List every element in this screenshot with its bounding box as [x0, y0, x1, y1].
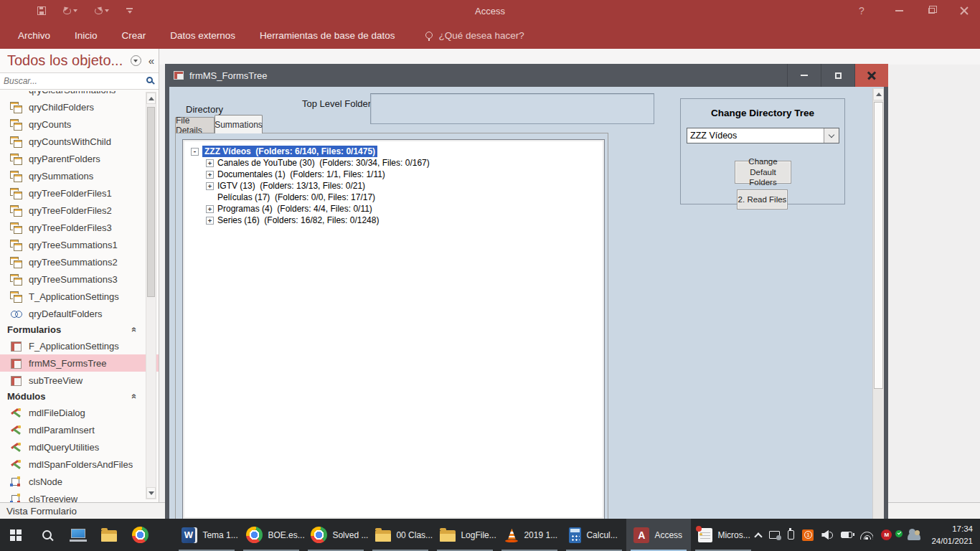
taskbar-button-word[interactable]: Tema 1... [174, 519, 239, 551]
nav-section-modulos[interactable]: Módulos» [0, 389, 159, 404]
nav-item[interactable]: qryChildFolders [0, 98, 159, 116]
tree-node-root[interactable]: - ZZZ Vídeos (Folders: 6/140, Files: 0/1… [191, 146, 604, 157]
wifi-icon[interactable] [860, 530, 873, 540]
folder-tree[interactable]: - ZZZ Vídeos (Folders: 6/140, Files: 0/1… [182, 139, 605, 519]
tree-collapse-icon[interactable]: - [191, 148, 199, 156]
tell-me-box[interactable]: ¿Qué desea hacer? [407, 30, 524, 41]
form-window-titlebar[interactable]: frmMS_FormsTree [165, 64, 888, 87]
start-button[interactable] [0, 519, 31, 551]
usb-icon[interactable] [788, 530, 794, 540]
nav-pane-menu-icon[interactable] [131, 55, 141, 66]
nav-item[interactable]: qryCounts [0, 116, 159, 133]
taskbar-button-vlc[interactable]: 2019 1... [497, 519, 562, 551]
tree-node-label[interactable]: Documentales (1) (Folders: 1/1, Files: 1… [217, 169, 385, 179]
taskbar-button-access-active[interactable]: Access [626, 519, 691, 551]
search-input[interactable] [4, 75, 122, 88]
taskbar-button-calculator[interactable]: Calcul... [562, 519, 626, 551]
nav-item[interactable]: qryTreeSummations2 [0, 253, 159, 270]
read-files-button[interactable]: 2. Read Files [737, 189, 788, 209]
nav-item[interactable]: qryTreeSummations3 [0, 270, 159, 288]
tree-expand-icon[interactable]: + [206, 182, 214, 190]
ribbon-tab-inicio[interactable]: Inicio [62, 22, 110, 49]
collapse-section-icon[interactable]: » [128, 327, 138, 332]
task-view-button[interactable] [62, 519, 93, 551]
scrollbar-thumb[interactable] [874, 102, 883, 389]
collapse-section-icon[interactable]: » [128, 394, 138, 399]
help-button[interactable]: ? [840, 5, 883, 17]
nav-item[interactable]: qryTreeFolderFiles2 [0, 202, 159, 219]
top-level-folder-input[interactable] [370, 93, 654, 124]
combobox-dropdown-icon[interactable] [824, 128, 839, 143]
nav-section-formularios[interactable]: Formularios» [0, 322, 159, 337]
tree-node[interactable]: Películas (17) (Folders: 0/0, Files: 17/… [206, 192, 604, 203]
nav-item[interactable]: mdlParamInsert [0, 421, 159, 438]
nav-item-selected[interactable]: frmMS_FormsTree [0, 354, 159, 372]
scroll-up-icon[interactable] [873, 88, 884, 100]
tree-node[interactable]: + Series (16) (Folders: 16/82, Files: 0/… [206, 215, 604, 226]
chrome-pinned-button[interactable] [125, 519, 156, 551]
volume-icon[interactable] [821, 530, 833, 540]
nav-item[interactable]: clsNode [0, 473, 159, 490]
scrollbar-thumb[interactable] [147, 107, 155, 297]
form-minimize-button[interactable] [787, 64, 821, 87]
shutter-bar-icon[interactable]: « [149, 55, 154, 67]
display-settings-icon[interactable] [769, 531, 780, 539]
ribbon-tab-datos-externos[interactable]: Datos externos [158, 22, 248, 49]
tree-node-label[interactable]: Películas (17) (Folders: 0/0, Files: 17/… [217, 192, 375, 202]
nav-item[interactable]: qryDefaultFolders [0, 305, 159, 322]
taskbar-button-chrome[interactable]: Solved ... [303, 519, 368, 551]
ribbon-tab-herramientas[interactable]: Herramientas de base de datos [248, 22, 407, 49]
tree-node[interactable]: + Documentales (1) (Folders: 1/1, Files:… [206, 169, 604, 180]
form-maximize-button[interactable] [821, 64, 854, 87]
tree-expand-icon[interactable]: + [206, 159, 214, 167]
office-update-icon[interactable]: 1 [802, 529, 814, 541]
tree-node-label-selected[interactable]: ZZZ Vídeos (Folders: 6/140, Files: 0/147… [202, 146, 377, 157]
nav-item[interactable]: clsTreeview [0, 490, 159, 502]
nav-item[interactable]: qryTreeSummations1 [0, 236, 159, 253]
scroll-down-icon[interactable] [146, 487, 156, 499]
tree-node-label[interactable]: Canales de YouTube (30) (Folders: 30/34,… [217, 158, 430, 168]
nav-item[interactable]: qryCountsWithChild [0, 133, 159, 150]
tree-node[interactable]: + Canales de YouTube (30) (Folders: 30/3… [206, 157, 604, 169]
nav-item[interactable]: subTreeView [0, 372, 159, 389]
file-explorer-button[interactable] [93, 519, 124, 551]
nav-item[interactable]: mdlSpanFoldersAndFiles [0, 456, 159, 473]
tree-node[interactable]: + Programas (4) (Folders: 4/4, Files: 0/… [206, 203, 604, 215]
tree-expand-icon[interactable]: + [206, 171, 214, 179]
tab-summations[interactable]: Summations [215, 115, 263, 133]
nav-item[interactable]: mdlQueryUtilities [0, 438, 159, 456]
ribbon-tab-archivo[interactable]: Archivo [6, 22, 62, 49]
taskbar-button-folder[interactable]: 00 Clas... [368, 519, 433, 551]
nav-item[interactable]: qryTreeFolderFiles3 [0, 219, 159, 236]
nav-item[interactable]: T_ApplicationSettings [0, 288, 159, 305]
app-restore-button[interactable] [915, 0, 948, 22]
form-scrollbar[interactable] [872, 88, 884, 519]
app-close-button[interactable] [948, 0, 980, 22]
tree-node-label[interactable]: IGTV (13) (Folders: 13/13, Files: 0/21) [217, 181, 365, 191]
nav-item[interactable]: mdlFileDialog [0, 404, 159, 421]
scroll-up-icon[interactable] [146, 93, 156, 104]
taskbar-button-calendar[interactable]: Micros... [691, 519, 755, 551]
tree-node[interactable]: + IGTV (13) (Folders: 13/13, Files: 0/21… [206, 180, 604, 192]
nav-item[interactable]: qryTreeFolderFiles1 [0, 184, 159, 202]
show-hidden-icons-icon[interactable] [755, 532, 763, 540]
nav-scrollbar[interactable] [146, 92, 156, 499]
taskbar-clock[interactable]: 17:34 24/01/2021 [931, 523, 973, 547]
app-minimize-button[interactable] [883, 0, 915, 22]
taskbar-search-button[interactable] [31, 519, 62, 551]
mcafee-icon[interactable] [881, 529, 892, 540]
nav-item[interactable]: qryParentFolders [0, 150, 159, 167]
taskbar-button-chrome[interactable]: BOE.es... [239, 519, 303, 551]
ribbon-tab-crear[interactable]: Crear [110, 22, 159, 49]
change-default-folders-button[interactable]: Change Default Folders [735, 161, 791, 184]
search-icon[interactable] [146, 77, 153, 83]
battery-icon[interactable] [841, 532, 852, 538]
tree-node-label[interactable]: Series (16) (Folders: 16/82, Files: 0/12… [217, 215, 379, 225]
tree-node-label[interactable]: Programas (4) (Folders: 4/4, Files: 0/11… [217, 204, 372, 214]
tree-expand-icon[interactable]: + [206, 205, 214, 213]
nav-item[interactable]: F_ApplicationSettings [0, 337, 159, 354]
taskbar-button-folder[interactable]: LogFile... [433, 519, 497, 551]
nav-pane-header[interactable]: Todos los objeto... « [0, 49, 159, 72]
form-close-button[interactable] [854, 64, 888, 87]
onedrive-icon[interactable] [908, 532, 920, 540]
